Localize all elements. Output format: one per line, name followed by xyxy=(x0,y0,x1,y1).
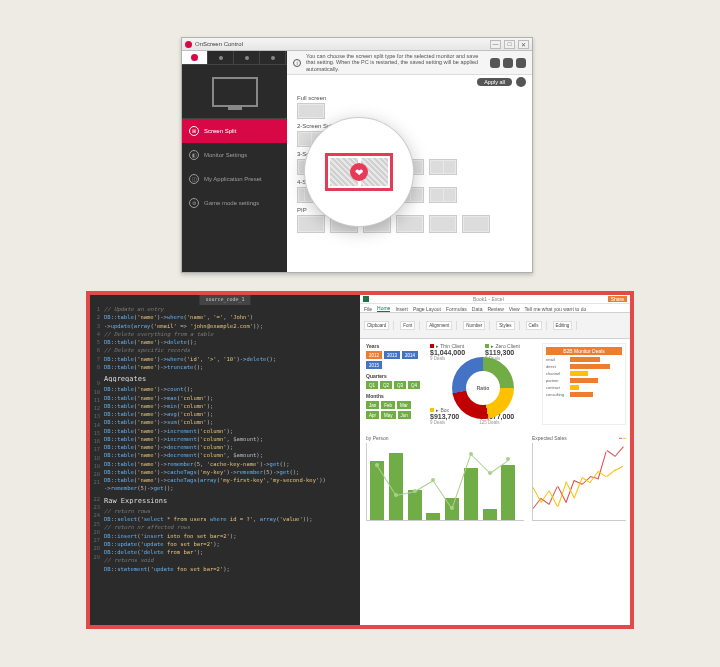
layout-pip-e[interactable] xyxy=(429,215,457,233)
close-button[interactable]: ✕ xyxy=(518,40,529,49)
donut-center-label: Ratio xyxy=(466,371,500,405)
code-editor-pane: source_code_1 12345678 91011121314151617… xyxy=(90,295,360,625)
apply-all-button[interactable]: Apply all xyxy=(477,78,512,86)
settings-icon[interactable] xyxy=(516,58,526,68)
slicer-chip[interactable]: 2012 xyxy=(366,351,382,359)
code-line: DB::statement('update foo set bar=2'); xyxy=(104,565,358,573)
ribbon-tab-file[interactable]: File xyxy=(364,306,372,312)
monitor-tab-2[interactable] xyxy=(208,51,234,64)
slicer-months: Months JanFebMarAprMayJun xyxy=(366,393,422,419)
code-tab-title[interactable]: source_code_1 xyxy=(199,295,250,305)
window-titlebar: OnScreen Control — □ ✕ xyxy=(182,38,532,51)
minimize-button[interactable]: — xyxy=(490,40,501,49)
code-line: // Delete everything from a table xyxy=(104,330,358,338)
code-body[interactable]: // Update an entryDB::table('name')->whe… xyxy=(104,305,358,573)
code-line: DB::insert('insert into foo set bar=2'); xyxy=(104,532,358,540)
slicer-chip[interactable]: Q4 xyxy=(408,381,420,389)
monitor-tab-3[interactable] xyxy=(234,51,260,64)
code-line: DB::table('name')->cacheTags('my-key')->… xyxy=(104,468,358,476)
code-line: DB::delete('delete from bar'); xyxy=(104,548,358,556)
game-mode-icon: ⚙ xyxy=(189,198,199,208)
layout-pip-f[interactable] xyxy=(462,215,490,233)
line-segment xyxy=(606,470,615,477)
slicer-chip[interactable]: Mar xyxy=(397,401,411,409)
monitor-icon xyxy=(212,77,258,107)
share-button[interactable]: Share xyxy=(608,296,627,302)
nav-monitor-settings[interactable]: ◧ Monitor Settings xyxy=(182,143,287,167)
excel-logo-icon xyxy=(363,296,369,302)
nav-game-mode[interactable]: ⚙ Game mode settings xyxy=(182,191,287,215)
ribbon-tab-formulas[interactable]: Formulas xyxy=(446,306,467,312)
extra-button[interactable] xyxy=(516,77,526,87)
slicer-chip[interactable]: 2013 xyxy=(384,351,400,359)
code-line: // returns void xyxy=(104,556,358,564)
code-line: DB::select('select * from users where id… xyxy=(104,515,358,523)
code-section-heading: Aggregates xyxy=(104,374,358,382)
code-line: DB::table('name')->count(); xyxy=(104,385,358,393)
ribbon-tab-review[interactable]: Review xyxy=(487,306,503,312)
dashboard-area[interactable]: Years 2012201320142015 Quarters Q1Q2Q3Q4… xyxy=(360,339,630,625)
maximize-button[interactable]: □ xyxy=(504,40,515,49)
ribbon-tab-tell-me-what-you-want-to-do[interactable]: Tell me what you want to do xyxy=(525,306,587,312)
hbar-row: consulting xyxy=(546,392,622,397)
monitor-selector-tabs xyxy=(182,51,287,65)
nav-app-preset[interactable]: ◫ My Application Preset xyxy=(182,167,287,191)
code-line: DB::table('name')->truncate(); xyxy=(104,363,358,371)
info-bar: i You can choose the screen split type f… xyxy=(287,51,532,75)
slicer-chip[interactable]: Feb xyxy=(381,401,395,409)
line-gutter: 12345678 9101112131415161718192021 22232… xyxy=(90,305,102,561)
slicer-chip[interactable]: 2015 xyxy=(366,361,382,369)
ribbon-tab-view[interactable]: View xyxy=(509,306,520,312)
ribbon-group-number: Number xyxy=(463,321,490,330)
section-label-full: Full screen xyxy=(297,95,522,101)
code-line: DB::table('name')->avg('column'); xyxy=(104,410,358,418)
layout-pip-a[interactable] xyxy=(297,215,325,233)
by-person-chart: by Person xyxy=(366,435,524,525)
ribbon-tabs: FileHomeInsertPage LayoutFormulasDataRev… xyxy=(360,304,630,313)
code-line: DB::update('update foo set bar=2'); xyxy=(104,540,358,548)
ribbon-group-font: Font xyxy=(400,321,420,330)
bar xyxy=(483,509,497,520)
excel-titlebar: Book1 - Excel Share xyxy=(360,295,630,304)
expected-title: Expected Sales xyxy=(532,435,567,441)
slicer-chip[interactable]: 2014 xyxy=(402,351,418,359)
slicer-chip[interactable]: Q3 xyxy=(394,381,406,389)
monitor-tab-1[interactable] xyxy=(182,51,208,64)
ribbon-tab-home[interactable]: Home xyxy=(377,305,390,312)
layout-pip-d[interactable] xyxy=(396,215,424,233)
help-icon[interactable] xyxy=(503,58,513,68)
slicer-chip[interactable]: Q1 xyxy=(366,381,378,389)
line-segment xyxy=(615,465,624,470)
ribbon-tab-insert[interactable]: Insert xyxy=(395,306,408,312)
nav-label: My Application Preset xyxy=(204,176,262,182)
slicer-quarters: Quarters Q1Q2Q3Q4 xyxy=(366,373,422,389)
refresh-icon[interactable] xyxy=(490,58,500,68)
bar-card: B2B Monitor Deals retaildirectchannelpar… xyxy=(542,343,626,425)
nav-screen-split[interactable]: ⊞ Screen Split xyxy=(182,119,287,143)
slicer-chip[interactable]: Jun xyxy=(398,411,411,419)
hbar-row: retail xyxy=(546,357,622,362)
ribbon-tab-page-layout[interactable]: Page Layout xyxy=(413,306,441,312)
bar xyxy=(426,513,440,520)
ribbon-group-styles: Styles xyxy=(496,321,519,330)
hbar-row: partner xyxy=(546,378,622,383)
code-line: DB::table('name')->max('column'); xyxy=(104,394,358,402)
ribbon: ClipboardFontAlignmentNumberStylesCellsE… xyxy=(360,313,630,339)
code-line: DB::table('name')->where('id', '>', '10'… xyxy=(104,355,358,363)
ribbon-tab-data[interactable]: Data xyxy=(472,306,483,312)
layout-full[interactable] xyxy=(297,103,325,119)
slicer-chip[interactable]: Q2 xyxy=(380,381,392,389)
monitor-tab-4[interactable] xyxy=(260,51,286,64)
slicer-title-months: Months xyxy=(366,393,422,399)
code-section-heading: Raw Expressions xyxy=(104,496,358,504)
code-line: DB::table('name')->min('column'); xyxy=(104,402,358,410)
layout-3-e[interactable] xyxy=(429,159,457,175)
slicer-chip[interactable]: Apr xyxy=(366,411,379,419)
code-line: // Update an entry xyxy=(104,305,358,313)
layout-4-e[interactable] xyxy=(429,187,457,203)
slicer-chip[interactable]: May xyxy=(381,411,396,419)
code-line: DB::table('name')->where('name', '=', 'J… xyxy=(104,313,358,321)
screen-split-icon: ⊞ xyxy=(189,126,199,136)
slicer-chip[interactable]: Jan xyxy=(366,401,379,409)
nav-label: Monitor Settings xyxy=(204,152,247,158)
